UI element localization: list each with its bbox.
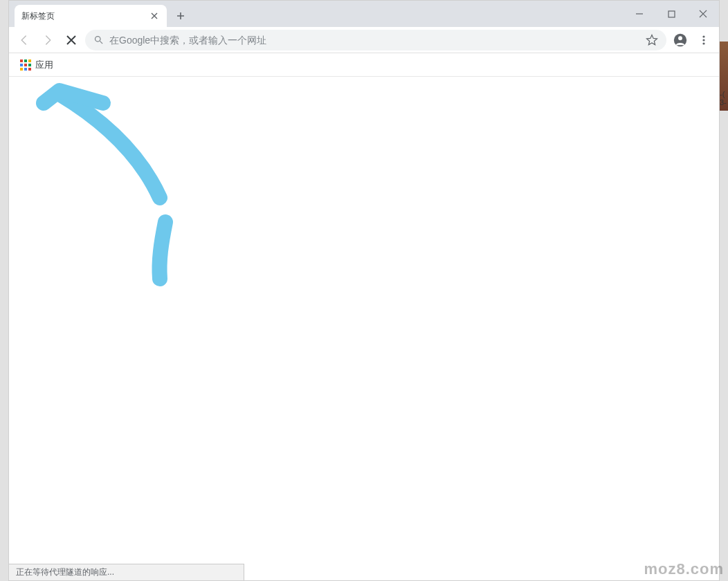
svg-rect-0 (668, 11, 675, 17)
omnibox-input[interactable] (109, 35, 640, 46)
close-tab-icon[interactable] (149, 10, 160, 21)
star-icon[interactable] (646, 34, 658, 46)
window-controls (624, 1, 719, 27)
apps-label: 应用 (35, 59, 53, 71)
tab-strip: 新标签页 (9, 1, 719, 27)
forward-button[interactable] (38, 30, 57, 50)
desktop-right-text: -( 3- (720, 90, 728, 107)
browser-window: 新标签页 (8, 0, 720, 581)
search-icon (93, 35, 104, 45)
apps-icon (20, 59, 31, 71)
status-text: 正在等待代理隧道的响应... (16, 567, 114, 577)
minimize-button[interactable] (624, 3, 655, 24)
svg-point-4 (702, 35, 704, 37)
svg-point-1 (95, 37, 101, 42)
tab-title: 新标签页 (21, 10, 149, 22)
window-close-button[interactable] (687, 3, 719, 24)
menu-button[interactable] (694, 30, 713, 50)
status-bar: 正在等待代理隧道的响应... (9, 564, 244, 580)
profile-avatar[interactable] (671, 30, 690, 50)
omnibox[interactable] (85, 30, 666, 50)
apps-shortcut[interactable]: 应用 (16, 56, 57, 74)
hand-drawn-arrow (28, 77, 188, 291)
svg-point-6 (702, 42, 704, 44)
svg-point-3 (678, 36, 682, 40)
back-button[interactable] (15, 30, 34, 50)
toolbar (9, 27, 719, 53)
desktop-left-pins (0, 84, 8, 112)
svg-point-5 (702, 39, 704, 41)
page-content: 正在等待代理隧道的响应... (9, 77, 719, 580)
new-tab-button[interactable] (171, 6, 190, 26)
watermark: moz8.com (644, 560, 724, 578)
stop-reload-button[interactable] (62, 30, 81, 50)
bookmarks-bar: 应用 (9, 53, 719, 77)
maximize-button[interactable] (655, 3, 687, 24)
browser-tab[interactable]: 新标签页 (15, 5, 167, 27)
